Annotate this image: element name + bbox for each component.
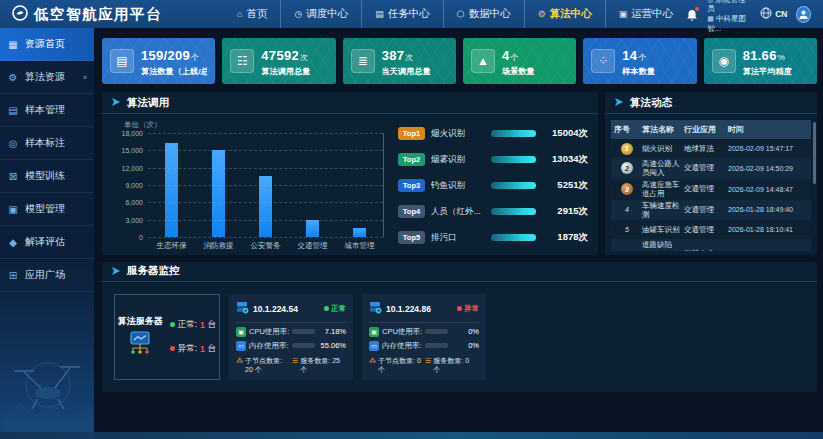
server-ip: 10.1.224.86 [386,304,453,314]
top5-name: 人员（红外... [431,206,485,218]
server-status: 异常 [457,304,479,314]
bell-icon[interactable] [686,8,698,21]
status-dot-icon [170,322,175,327]
rank-badge: Top1 [398,127,425,140]
server-card: 10.1.224.86 异常 ▣ CPU使用率: 0% ▭ 内存使用率: 0% … [362,294,486,380]
industry: 交通管理 [684,184,726,194]
sidebar-item[interactable]: ▤ 样本管理 ˅ [0,94,94,127]
avatar[interactable] [796,6,811,23]
industry: 交通管理 [684,225,726,235]
nav-item[interactable]: ▤ 任务中心 [361,0,443,28]
top5-list: Top1 烟火识别 15004次 Top2 烟雾识别 13034次 Top3 钓… [398,118,590,253]
nodes-value: 20 个 [245,366,262,373]
nav-item-icon: ⚙ [538,9,546,19]
stat-card-icon: ▲ [471,49,495,73]
rank-medal: 1 [621,143,633,155]
chart-bar[interactable] [212,150,225,237]
panel-title: 服务器监控 [127,264,180,278]
nav-item-label: 首页 [246,7,267,21]
stat-card-label: 算法调用总量 [261,66,310,77]
services-icon: ☰ [292,357,298,365]
chart-bar[interactable] [353,228,366,237]
sidebar-item[interactable]: ⚙ 算法资源 ˅ [0,61,94,94]
table-row[interactable]: 2 高速公路人员闯入 交通管理 2026-02-09 14:50:29 [611,158,811,179]
table-row[interactable]: 6 道路缺陷（裂缝、坑洼）识别 智慧农业 2026-01-14 11:30:46 [611,239,811,251]
top5-bar [491,156,536,163]
stat-card-icon: ◉ [712,49,736,73]
stat-card: ⁘ 14个 样本数量 [583,38,696,84]
algorithm-name: 高速应急车道占用 [642,180,682,199]
server-icon [369,300,382,318]
sidebar-item[interactable]: ⊞ 应用广场 ˅ [0,259,94,292]
top5-name: 排污口 [431,232,485,244]
sidebar-item[interactable]: ⊠ 模型训练 ˅ [0,160,94,193]
stat-card-value: 81.66% [743,46,792,64]
timestamp: 2026-02-09 15:47:17 [728,145,808,152]
nav-item[interactable]: ⬡ 数据中心 [443,0,524,28]
y-axis-tick: 9,000 [125,182,143,189]
panel-title-icon [112,267,121,276]
nav-item-label: 调度中心 [306,7,348,21]
table-row[interactable]: 3 高速应急车道占用 交通管理 2026-02-09 14:48:47 [611,179,811,200]
rank-medal: 5 [621,224,633,236]
cpu-label: CPU使用率: [382,327,422,337]
memory-label: 内存使用率: [382,341,422,351]
nav-item[interactable]: ⚙ 算法中心 [524,0,605,28]
chart-bar[interactable] [306,220,319,237]
nav-item-icon: ▣ [619,9,628,19]
nav-item[interactable]: ▣ 运营中心 [605,0,687,28]
scrollbar[interactable] [813,122,816,184]
top5-bar [491,130,536,137]
grid-line [148,185,383,186]
sidebar-item-icon: ⊞ [7,270,19,281]
abnormal-count: 异常: 1 台 [170,343,217,355]
rank-badge: Top3 [398,179,425,192]
industry: 交通管理 [684,163,726,173]
algorithm-name: 道路缺陷（裂缝、坑洼）识别 [642,240,682,251]
table-row[interactable]: 5 油罐车识别 交通管理 2026-01-28 18:10:41 [611,220,811,239]
nodes-label: 子节点数量: [378,357,415,364]
top5-bar [491,182,536,189]
nav-item-label: 数据中心 [469,7,511,21]
panel-title: 算法动态 [630,96,672,110]
sidebar-item[interactable]: ◎ 样本标注 ˅ [0,127,94,160]
nav-item[interactable]: ⌂ 首页 [224,0,280,28]
table-row[interactable]: 4 车辆速度检测 交通管理 2026-01-28 18:49:40 [611,200,811,221]
timestamp: 2026-01-28 18:10:41 [728,226,808,233]
stat-card-icon: ☷ [230,49,254,73]
timestamp: 2026-01-28 18:49:40 [728,206,808,213]
logo-icon [12,5,28,24]
stat-card: ☷ 47592次 算法调用总量 [222,38,335,84]
y-axis-tick: 12,000 [122,164,143,171]
y-axis-tick: 15,000 [122,147,143,154]
app-title: 低空智航应用平台 [34,5,162,24]
server-card: 10.1.224.54 正常 ▣ CPU使用率: 7.18% ▭ 内存使用率: … [229,294,353,380]
services-label: 服务数量: [433,357,463,364]
globe-icon [760,7,772,21]
nav-item[interactable]: ◷ 调度中心 [280,0,361,28]
y-axis-tick: 6,000 [125,199,143,206]
language-switcher[interactable]: CN [760,7,787,21]
main-nav: ⌂ 首页 ◷ 调度中心 ▤ 任务中心 ⬡ 数据中心 ⚙ 算法中心 ▣ 运营中心 [224,0,686,28]
x-axis-label: 生态环保 [148,241,195,251]
rank-badge: Top2 [398,153,425,166]
stat-cards-row: ▤ 159/209个 算法数量（上线/总数） ☷ 47592次 算法调用总量 ≣… [102,38,817,84]
memory-icon: ▭ [236,341,246,351]
top5-value: 1878次 [542,231,588,244]
user-info[interactable]: ◎系统管理员 ▦中科星图智... [707,0,751,34]
sidebar-item[interactable]: ▣ 模型管理 ˅ [0,193,94,226]
table-row[interactable]: 1 烟火识别 地球算法 2026-02-09 15:47:17 [611,139,811,158]
sidebar-item-label: 样本管理 [25,103,65,117]
rank-medal: 4 [621,204,633,216]
memory-percent: 55.06% [318,341,346,350]
bar-chart: 单位（次） 生态环保消防救援公安警务交通管理城市管理 18,00015,0001… [108,118,392,253]
status-dot-icon [457,306,462,311]
chart-bar[interactable] [165,143,178,237]
sidebar-item-label: 模型管理 [25,202,65,216]
industry: 地球算法 [684,144,726,154]
top5-value: 2915次 [542,205,588,218]
grid-line [148,133,383,134]
sidebar-item[interactable]: ▦ 资源首页 ˅ [0,28,94,61]
sidebar-item[interactable]: ◆ 解译评估 ˅ [0,226,94,259]
stat-card-value: 159/209个 [141,46,207,64]
